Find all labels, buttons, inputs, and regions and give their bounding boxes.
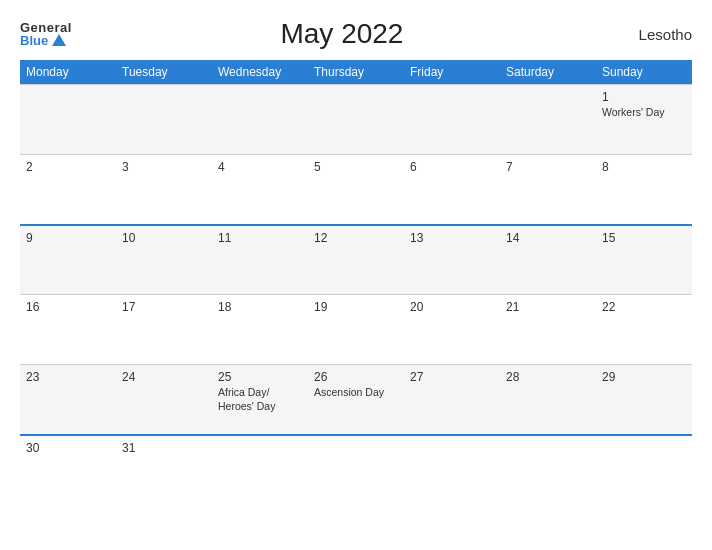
day-number: 31: [122, 441, 206, 455]
day-number: 27: [410, 370, 494, 384]
day-number: 4: [218, 160, 302, 174]
day-number: 26: [314, 370, 398, 384]
day-number: 14: [506, 231, 590, 245]
day-number: 6: [410, 160, 494, 174]
day-number: 23: [26, 370, 110, 384]
calendar-cell: [500, 435, 596, 505]
calendar-row: 2345678: [20, 155, 692, 225]
calendar-cell: 11: [212, 225, 308, 295]
day-number: 11: [218, 231, 302, 245]
holiday-name: Workers' Day: [602, 106, 686, 120]
logo-blue-text: Blue: [20, 34, 72, 47]
calendar-cell: 2: [20, 155, 116, 225]
calendar-cell: 24: [116, 365, 212, 435]
day-number: 15: [602, 231, 686, 245]
day-number: 25: [218, 370, 302, 384]
calendar-cell: 31: [116, 435, 212, 505]
calendar-cell: 25Africa Day/ Heroes' Day: [212, 365, 308, 435]
day-number: 10: [122, 231, 206, 245]
col-sunday: Sunday: [596, 60, 692, 85]
calendar-cell: [20, 85, 116, 155]
calendar-title: May 2022: [72, 18, 612, 50]
col-friday: Friday: [404, 60, 500, 85]
day-number: 5: [314, 160, 398, 174]
day-number: 3: [122, 160, 206, 174]
calendar-table: Monday Tuesday Wednesday Thursday Friday…: [20, 60, 692, 505]
calendar-cell: 3: [116, 155, 212, 225]
calendar-cell: 1Workers' Day: [596, 85, 692, 155]
calendar-cell: 28: [500, 365, 596, 435]
day-number: 8: [602, 160, 686, 174]
day-number: 2: [26, 160, 110, 174]
calendar-cell: [212, 85, 308, 155]
calendar-cell: [404, 435, 500, 505]
logo-triangle-icon: [52, 34, 66, 46]
day-number: 7: [506, 160, 590, 174]
calendar-cell: 12: [308, 225, 404, 295]
calendar-cell: 4: [212, 155, 308, 225]
calendar-row: 3031: [20, 435, 692, 505]
calendar-cell: [500, 85, 596, 155]
calendar-cell: [404, 85, 500, 155]
calendar-cell: 22: [596, 295, 692, 365]
calendar-row: 16171819202122: [20, 295, 692, 365]
country-label: Lesotho: [612, 26, 692, 43]
calendar-cell: 29: [596, 365, 692, 435]
day-number: 9: [26, 231, 110, 245]
calendar-cell: [308, 85, 404, 155]
col-saturday: Saturday: [500, 60, 596, 85]
calendar-cell: 7: [500, 155, 596, 225]
day-number: 19: [314, 300, 398, 314]
col-monday: Monday: [20, 60, 116, 85]
holiday-name: Africa Day/ Heroes' Day: [218, 386, 302, 413]
day-number: 1: [602, 90, 686, 104]
day-number: 20: [410, 300, 494, 314]
col-wednesday: Wednesday: [212, 60, 308, 85]
calendar-cell: 14: [500, 225, 596, 295]
calendar-cell: 26Ascension Day: [308, 365, 404, 435]
col-tuesday: Tuesday: [116, 60, 212, 85]
col-thursday: Thursday: [308, 60, 404, 85]
calendar-cell: 19: [308, 295, 404, 365]
calendar-cell: 9: [20, 225, 116, 295]
day-number: 17: [122, 300, 206, 314]
calendar-header-row: Monday Tuesday Wednesday Thursday Friday…: [20, 60, 692, 85]
logo: General Blue: [20, 21, 72, 47]
day-number: 16: [26, 300, 110, 314]
day-number: 21: [506, 300, 590, 314]
day-number: 24: [122, 370, 206, 384]
calendar-body: 1Workers' Day234567891011121314151617181…: [20, 85, 692, 505]
holiday-name: Ascension Day: [314, 386, 398, 400]
calendar-cell: 21: [500, 295, 596, 365]
calendar-cell: 5: [308, 155, 404, 225]
calendar-cell: 18: [212, 295, 308, 365]
calendar-row: 232425Africa Day/ Heroes' Day26Ascension…: [20, 365, 692, 435]
calendar-cell: 15: [596, 225, 692, 295]
day-number: 28: [506, 370, 590, 384]
calendar-header: General Blue May 2022 Lesotho: [20, 18, 692, 50]
day-number: 30: [26, 441, 110, 455]
day-number: 29: [602, 370, 686, 384]
calendar-cell: 6: [404, 155, 500, 225]
day-number: 13: [410, 231, 494, 245]
calendar-page: General Blue May 2022 Lesotho Monday Tue…: [0, 0, 712, 550]
calendar-cell: 20: [404, 295, 500, 365]
calendar-row: 9101112131415: [20, 225, 692, 295]
calendar-cell: [308, 435, 404, 505]
calendar-cell: 13: [404, 225, 500, 295]
calendar-cell: 10: [116, 225, 212, 295]
calendar-cell: 27: [404, 365, 500, 435]
calendar-cell: [116, 85, 212, 155]
day-number: 22: [602, 300, 686, 314]
calendar-cell: 17: [116, 295, 212, 365]
calendar-row: 1Workers' Day: [20, 85, 692, 155]
day-number: 12: [314, 231, 398, 245]
calendar-cell: 16: [20, 295, 116, 365]
calendar-cell: [596, 435, 692, 505]
calendar-cell: 8: [596, 155, 692, 225]
calendar-cell: [212, 435, 308, 505]
calendar-cell: 30: [20, 435, 116, 505]
calendar-cell: 23: [20, 365, 116, 435]
day-number: 18: [218, 300, 302, 314]
